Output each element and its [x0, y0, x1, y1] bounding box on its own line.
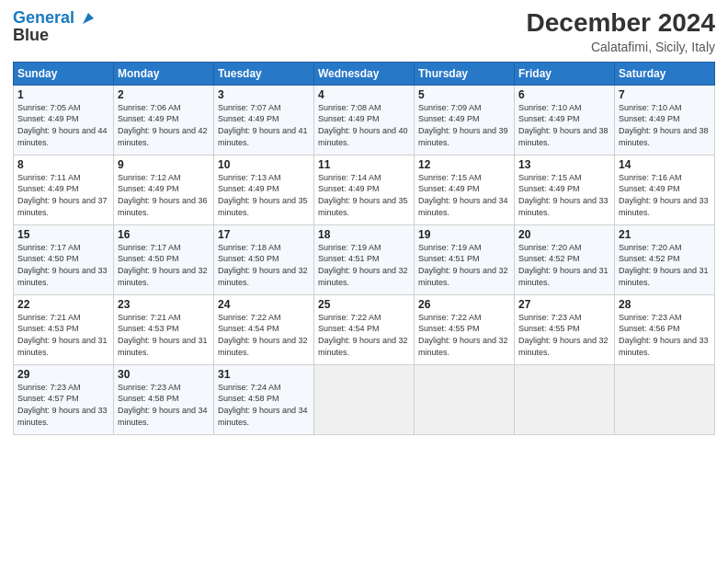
day-number: 5	[418, 88, 510, 101]
day-number: 30	[118, 368, 210, 381]
day-number: 18	[318, 228, 410, 241]
col-saturday: Saturday	[615, 62, 715, 85]
day-details: Sunrise: 7:06 AMSunset: 4:49 PMDaylight:…	[118, 102, 210, 148]
day-details: Sunrise: 7:19 AMSunset: 4:51 PMDaylight:…	[318, 242, 410, 288]
day-details: Sunrise: 7:12 AMSunset: 4:49 PMDaylight:…	[118, 172, 210, 218]
day-number: 6	[518, 88, 610, 101]
day-details: Sunrise: 7:17 AMSunset: 4:50 PMDaylight:…	[17, 242, 109, 288]
table-row: 15Sunrise: 7:17 AMSunset: 4:50 PMDayligh…	[14, 224, 114, 294]
table-row: 4Sunrise: 7:08 AMSunset: 4:49 PMDaylight…	[314, 85, 415, 155]
col-tuesday: Tuesday	[214, 62, 314, 85]
col-thursday: Thursday	[415, 62, 515, 85]
table-row: 12Sunrise: 7:15 AMSunset: 4:49 PMDayligh…	[415, 155, 515, 224]
col-friday: Friday	[515, 62, 615, 85]
col-wednesday: Wednesday	[314, 62, 415, 85]
day-details: Sunrise: 7:09 AMSunset: 4:49 PMDaylight:…	[418, 102, 510, 148]
day-number: 9	[118, 158, 210, 171]
calendar-container: General Blue December 2024 Calatafimi, S…	[0, 0, 728, 563]
day-details: Sunrise: 7:21 AMSunset: 4:53 PMDaylight:…	[17, 312, 109, 358]
day-details: Sunrise: 7:23 AMSunset: 4:57 PMDaylight:…	[17, 382, 109, 428]
day-details: Sunrise: 7:20 AMSunset: 4:52 PMDaylight:…	[518, 242, 610, 288]
table-row: 30Sunrise: 7:23 AMSunset: 4:58 PMDayligh…	[114, 364, 214, 434]
day-number: 19	[418, 228, 510, 241]
calendar-table: Sunday Monday Tuesday Wednesday Thursday…	[13, 62, 715, 435]
day-details: Sunrise: 7:11 AMSunset: 4:49 PMDaylight:…	[17, 172, 109, 218]
day-number: 23	[118, 298, 210, 311]
day-number: 12	[418, 158, 510, 171]
day-details: Sunrise: 7:22 AMSunset: 4:54 PMDaylight:…	[218, 312, 310, 358]
logo-general: General	[13, 8, 74, 27]
table-row: 18Sunrise: 7:19 AMSunset: 4:51 PMDayligh…	[314, 224, 415, 294]
title-block: December 2024 Calatafimi, Sicily, Italy	[527, 9, 715, 54]
table-row	[515, 364, 615, 434]
day-details: Sunrise: 7:22 AMSunset: 4:54 PMDaylight:…	[318, 312, 410, 358]
table-row: 21Sunrise: 7:20 AMSunset: 4:52 PMDayligh…	[615, 224, 715, 294]
day-details: Sunrise: 7:10 AMSunset: 4:49 PMDaylight:…	[619, 102, 711, 148]
day-number: 25	[318, 298, 410, 311]
day-number: 1	[17, 88, 109, 101]
table-row: 8Sunrise: 7:11 AMSunset: 4:49 PMDaylight…	[14, 155, 114, 224]
day-number: 20	[518, 228, 610, 241]
day-details: Sunrise: 7:15 AMSunset: 4:49 PMDaylight:…	[518, 172, 610, 218]
day-details: Sunrise: 7:22 AMSunset: 4:55 PMDaylight:…	[418, 312, 510, 358]
logo-text: General	[13, 9, 97, 28]
table-row: 29Sunrise: 7:23 AMSunset: 4:57 PMDayligh…	[14, 364, 114, 434]
month-title: December 2024	[527, 9, 715, 38]
table-row: 25Sunrise: 7:22 AMSunset: 4:54 PMDayligh…	[314, 294, 415, 364]
day-details: Sunrise: 7:24 AMSunset: 4:58 PMDaylight:…	[218, 382, 310, 428]
table-row	[615, 364, 715, 434]
day-number: 4	[318, 88, 410, 101]
logo-icon	[80, 10, 97, 27]
day-details: Sunrise: 7:08 AMSunset: 4:49 PMDaylight:…	[318, 102, 410, 148]
day-details: Sunrise: 7:10 AMSunset: 4:49 PMDaylight:…	[518, 102, 610, 148]
day-details: Sunrise: 7:20 AMSunset: 4:52 PMDaylight:…	[619, 242, 711, 288]
day-number: 13	[518, 158, 610, 171]
table-row: 27Sunrise: 7:23 AMSunset: 4:55 PMDayligh…	[515, 294, 615, 364]
table-row: 3Sunrise: 7:07 AMSunset: 4:49 PMDaylight…	[214, 85, 314, 155]
table-row	[314, 364, 415, 434]
table-row: 16Sunrise: 7:17 AMSunset: 4:50 PMDayligh…	[114, 224, 214, 294]
day-number: 28	[619, 298, 711, 311]
day-details: Sunrise: 7:21 AMSunset: 4:53 PMDaylight:…	[118, 312, 210, 358]
day-details: Sunrise: 7:05 AMSunset: 4:49 PMDaylight:…	[17, 102, 109, 148]
table-row: 19Sunrise: 7:19 AMSunset: 4:51 PMDayligh…	[415, 224, 515, 294]
day-number: 8	[17, 158, 109, 171]
day-details: Sunrise: 7:23 AMSunset: 4:56 PMDaylight:…	[619, 312, 711, 358]
logo-blue: Blue	[13, 26, 97, 45]
day-number: 7	[619, 88, 711, 101]
day-details: Sunrise: 7:18 AMSunset: 4:50 PMDaylight:…	[218, 242, 310, 288]
table-row: 2Sunrise: 7:06 AMSunset: 4:49 PMDaylight…	[114, 85, 214, 155]
table-row: 10Sunrise: 7:13 AMSunset: 4:49 PMDayligh…	[214, 155, 314, 224]
day-details: Sunrise: 7:23 AMSunset: 4:55 PMDaylight:…	[518, 312, 610, 358]
day-number: 26	[418, 298, 510, 311]
day-number: 2	[118, 88, 210, 101]
logo: General Blue	[13, 9, 97, 45]
day-details: Sunrise: 7:23 AMSunset: 4:58 PMDaylight:…	[118, 382, 210, 428]
table-row	[415, 364, 515, 434]
day-number: 15	[17, 228, 109, 241]
svg-marker-0	[83, 13, 94, 24]
day-number: 21	[619, 228, 711, 241]
table-row: 24Sunrise: 7:22 AMSunset: 4:54 PMDayligh…	[214, 294, 314, 364]
table-row: 14Sunrise: 7:16 AMSunset: 4:49 PMDayligh…	[615, 155, 715, 224]
day-details: Sunrise: 7:16 AMSunset: 4:49 PMDaylight:…	[619, 172, 711, 218]
day-number: 3	[218, 88, 310, 101]
table-row: 23Sunrise: 7:21 AMSunset: 4:53 PMDayligh…	[114, 294, 214, 364]
table-row: 6Sunrise: 7:10 AMSunset: 4:49 PMDaylight…	[515, 85, 615, 155]
day-details: Sunrise: 7:13 AMSunset: 4:49 PMDaylight:…	[218, 172, 310, 218]
table-row: 5Sunrise: 7:09 AMSunset: 4:49 PMDaylight…	[415, 85, 515, 155]
header: General Blue December 2024 Calatafimi, S…	[13, 9, 715, 54]
day-details: Sunrise: 7:15 AMSunset: 4:49 PMDaylight:…	[418, 172, 510, 218]
day-number: 16	[118, 228, 210, 241]
table-row: 17Sunrise: 7:18 AMSunset: 4:50 PMDayligh…	[214, 224, 314, 294]
day-details: Sunrise: 7:07 AMSunset: 4:49 PMDaylight:…	[218, 102, 310, 148]
table-row: 13Sunrise: 7:15 AMSunset: 4:49 PMDayligh…	[515, 155, 615, 224]
table-row: 26Sunrise: 7:22 AMSunset: 4:55 PMDayligh…	[415, 294, 515, 364]
table-row: 9Sunrise: 7:12 AMSunset: 4:49 PMDaylight…	[114, 155, 214, 224]
table-row: 11Sunrise: 7:14 AMSunset: 4:49 PMDayligh…	[314, 155, 415, 224]
table-row: 31Sunrise: 7:24 AMSunset: 4:58 PMDayligh…	[214, 364, 314, 434]
day-details: Sunrise: 7:19 AMSunset: 4:51 PMDaylight:…	[418, 242, 510, 288]
day-number: 17	[218, 228, 310, 241]
day-number: 31	[218, 368, 310, 381]
col-monday: Monday	[114, 62, 214, 85]
